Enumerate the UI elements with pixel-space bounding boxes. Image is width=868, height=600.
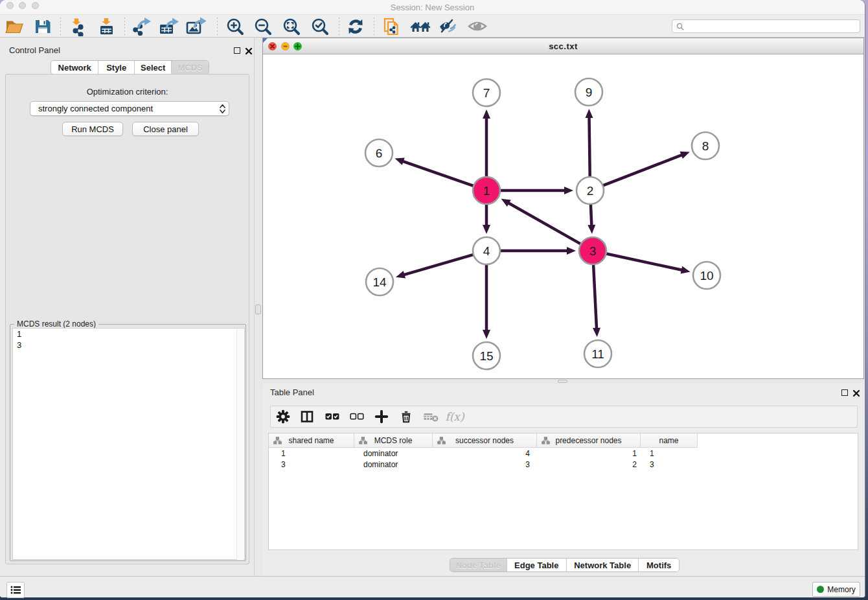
node-10[interactable]: 10 — [693, 262, 720, 289]
edge-3-1[interactable] — [508, 203, 582, 244]
memory-button[interactable]: Memory — [812, 582, 860, 597]
horizontal-splitter-grip[interactable] — [558, 380, 567, 383]
table-tab-network-table[interactable]: Network Table — [567, 559, 639, 571]
save-session-icon[interactable] — [31, 16, 54, 36]
edge-2-9[interactable] — [589, 117, 590, 178]
split-view-icon[interactable] — [296, 406, 318, 427]
control-panel-float-icon[interactable] — [234, 47, 240, 54]
cell-shared-name[interactable]: 1 — [269, 448, 354, 459]
deselect-all-icon[interactable] — [346, 406, 368, 427]
table-row[interactable]: 1dominator411 — [269, 448, 858, 459]
table-tabs: Node TableEdge TableNetwork TableMotifs — [450, 558, 680, 572]
run-mcds-button[interactable]: Run MCDS — [62, 122, 123, 136]
table-panel: Table Panel f(x) — [262, 384, 864, 576]
table-panel-float-icon[interactable] — [841, 389, 848, 396]
column-type-icon — [273, 437, 282, 444]
tab-select[interactable]: Select — [135, 61, 172, 74]
result-scrollbar[interactable] — [236, 329, 244, 560]
column-header-shared-name[interactable]: shared name — [269, 433, 354, 448]
cell-shared-name[interactable]: 3 — [269, 459, 354, 470]
cell-name[interactable]: 3 — [641, 459, 698, 470]
table-panel-close-icon[interactable] — [852, 389, 862, 398]
table-tab-node-table[interactable]: Node Table — [450, 559, 507, 571]
close-panel-button[interactable]: Close panel — [132, 122, 199, 136]
control-panel-close-icon[interactable] — [245, 47, 254, 56]
edge-4-14[interactable] — [404, 254, 474, 275]
svg-text:14: 14 — [372, 275, 387, 289]
edge-1-6[interactable] — [403, 161, 475, 187]
search-input[interactable] — [687, 21, 860, 32]
add-row-icon[interactable] — [371, 406, 393, 427]
svg-text:8: 8 — [702, 139, 709, 153]
vertical-splitter-grip[interactable] — [255, 305, 261, 314]
hide-panel-icon[interactable] — [437, 16, 460, 36]
edge-arrow-icon — [593, 328, 600, 337]
vertical-splitter[interactable] — [254, 38, 262, 576]
mcds-result-item[interactable]: 3 — [13, 340, 244, 351]
edge-3-11[interactable] — [593, 263, 597, 329]
open-session-icon[interactable] — [3, 16, 26, 36]
zoom-in-icon[interactable] — [223, 16, 247, 36]
cell-name[interactable]: 1 — [641, 448, 698, 459]
table-settings-icon[interactable] — [272, 406, 294, 427]
tab-network[interactable]: Network — [51, 61, 98, 74]
select-all-icon[interactable] — [321, 406, 343, 427]
edge-2-8[interactable] — [602, 155, 682, 186]
svg-text:4: 4 — [483, 244, 490, 258]
clone-network-icon[interactable] — [380, 16, 404, 36]
home-pages-icon[interactable] — [409, 16, 432, 36]
mcds-result-list[interactable]: 13 — [12, 328, 245, 560]
export-table-icon[interactable] — [157, 16, 180, 36]
zoom-selected-icon[interactable] — [308, 16, 332, 36]
delete-row-icon[interactable] — [395, 406, 417, 427]
edge-2-3[interactable] — [591, 203, 592, 225]
refresh-icon[interactable] — [344, 16, 367, 36]
column-header-predecessor-nodes[interactable]: predecessor nodes — [537, 433, 641, 448]
edge-3-10[interactable] — [605, 253, 682, 270]
mcds-result-item[interactable]: 1 — [13, 329, 244, 340]
zoom-fit-icon[interactable] — [280, 16, 303, 36]
svg-text:9: 9 — [586, 86, 593, 99]
import-table-icon[interactable] — [95, 16, 118, 36]
cell-successor-nodes[interactable]: 3 — [433, 459, 537, 470]
control-panel: Control Panel NetworkStyleSelectMCDS Opt… — [0, 38, 254, 576]
node-6[interactable]: 6 — [365, 139, 393, 167]
column-header-successor-nodes[interactable]: successor nodes — [433, 433, 537, 448]
criterion-select[interactable]: strongly connected component — [30, 101, 229, 116]
table-tab-motifs[interactable]: Motifs — [639, 559, 679, 571]
edge-arrow-icon — [396, 271, 405, 279]
node-14[interactable]: 14 — [366, 268, 393, 295]
cell-predecessor-nodes[interactable]: 2 — [537, 459, 641, 470]
edge-arrow-icon — [680, 152, 690, 159]
table-row[interactable]: 3dominator323 — [269, 459, 858, 470]
cell-successor-nodes[interactable]: 4 — [433, 448, 537, 459]
node-9[interactable]: 9 — [575, 78, 602, 106]
node-7[interactable]: 7 — [473, 79, 500, 106]
export-image-icon[interactable] — [184, 16, 207, 36]
show-panel-disabled-icon[interactable] — [466, 16, 489, 36]
table-tab-edge-table[interactable]: Edge Table — [507, 559, 567, 571]
export-network-icon[interactable] — [130, 16, 153, 36]
cell-predecessor-nodes[interactable]: 1 — [537, 448, 641, 459]
node-2[interactable]: 2 — [577, 177, 604, 204]
import-network-icon[interactable] — [67, 16, 91, 36]
node-15[interactable]: 15 — [473, 342, 500, 369]
node-11[interactable]: 11 — [584, 340, 611, 367]
cell-MCDS-role[interactable]: dominator — [354, 459, 433, 470]
node-8[interactable]: 8 — [692, 132, 719, 159]
tab-style[interactable]: Style — [98, 61, 135, 74]
horizontal-splitter[interactable] — [262, 379, 864, 384]
control-panel-title: Control Panel — [9, 45, 60, 55]
show-panels-button[interactable] — [6, 582, 25, 598]
node-3[interactable]: 3 — [579, 237, 606, 264]
network-frame: scc.txt 1 2 3 4 6 7 8 9 10 11 14 — [262, 38, 864, 379]
cell-MCDS-role[interactable]: dominator — [354, 448, 433, 459]
control-panel-tabs: NetworkStyleSelectMCDS — [51, 60, 209, 75]
zoom-out-icon[interactable] — [251, 16, 275, 36]
network-canvas[interactable]: 1 2 3 4 6 7 8 9 10 11 14 15 — [263, 54, 863, 378]
column-header-name[interactable]: name — [641, 433, 698, 448]
node-4[interactable]: 4 — [473, 237, 500, 264]
tab-mcds[interactable]: MCDS — [172, 61, 209, 74]
column-header-MCDS-role[interactable]: MCDS role — [354, 433, 433, 448]
node-1[interactable]: 1 — [473, 177, 500, 204]
